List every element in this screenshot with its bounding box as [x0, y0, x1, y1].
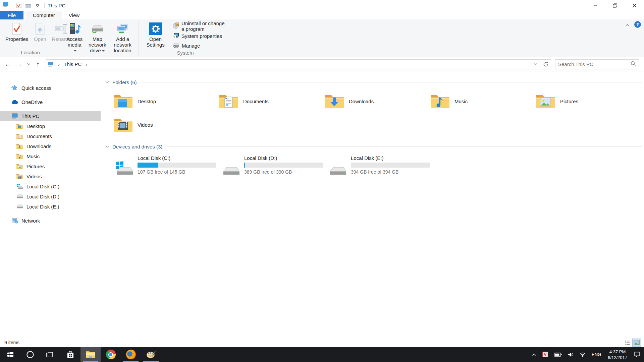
desktop-folder-icon	[113, 93, 133, 110]
drive-name: Local Disk (E:)	[351, 155, 430, 161]
sidebar-item-pictures[interactable]: Pictures	[0, 161, 101, 171]
folder-tile-pictures[interactable]: Pictures	[536, 89, 642, 113]
sidebar-item-music[interactable]: Music	[0, 151, 101, 161]
chrome-button[interactable]	[101, 347, 121, 362]
folder-tile-downloads[interactable]: Downloads	[325, 89, 430, 113]
language-indicator[interactable]: ENG	[589, 347, 603, 362]
action-center-icon[interactable]	[632, 347, 643, 362]
details-view-button[interactable]	[623, 339, 631, 346]
collapse-ribbon-icon[interactable]	[625, 22, 630, 28]
downloads-folder-icon	[16, 143, 23, 149]
open-button[interactable]: Open	[31, 21, 49, 44]
wifi-icon[interactable]	[577, 347, 588, 362]
up-icon[interactable]: ↑	[32, 59, 44, 69]
dropdown-caret-icon	[102, 50, 105, 53]
location-icon[interactable]	[46, 60, 56, 69]
downloads-folder-icon	[325, 93, 344, 110]
tab-file[interactable]: File	[0, 11, 23, 19]
manage-item[interactable]: Manage	[171, 42, 227, 49]
properties-qat-icon[interactable]	[15, 2, 22, 9]
capacity-bar	[138, 163, 216, 168]
recent-locations-icon[interactable]	[25, 59, 32, 69]
videos-folder-icon	[113, 116, 133, 133]
folder-tile-music[interactable]: Music	[430, 89, 536, 113]
svg-text:?: ?	[636, 22, 639, 27]
drive-free-space: 107 GB free of 145 GB	[138, 169, 216, 175]
section-title: Devices and drives (3)	[112, 144, 162, 149]
drives-section-header[interactable]: Devices and drives (3)	[105, 142, 642, 150]
battery-icon[interactable]	[552, 347, 564, 362]
breadcrumb-this-pc[interactable]: This PC	[62, 60, 84, 69]
clock[interactable]: 4:37 PM 9/12/2017	[605, 347, 630, 362]
quick-access-toolbar	[0, 2, 46, 9]
section-title: Folders (6)	[112, 79, 137, 85]
firefox-button[interactable]	[121, 347, 141, 362]
sidebar-item-quick-access[interactable]: Quick access	[0, 83, 101, 93]
network-icon	[11, 217, 18, 224]
new-folder-icon[interactable]	[24, 2, 32, 9]
breadcrumb-separator[interactable]: ›	[84, 60, 89, 69]
help-icon[interactable]: ?	[634, 21, 641, 29]
capacity-bar-fill	[244, 163, 245, 168]
sidebar-item-videos[interactable]: Videos	[0, 171, 101, 181]
volume-icon[interactable]	[566, 347, 576, 362]
close-button[interactable]	[625, 0, 644, 11]
drive-free-space: 389 GB free of 390 GB	[244, 169, 323, 175]
sidebar-item-local-disk-c[interactable]: Local Disk (C:)	[0, 181, 101, 191]
folder-tile-documents[interactable]: Documents	[219, 89, 325, 113]
sidebar-item-local-disk-d[interactable]: Local Disk (D:)	[0, 191, 101, 201]
drive-tile-c[interactable]: Local Disk (C:) 107 GB free of 145 GB	[111, 155, 218, 180]
maximize-button[interactable]	[605, 0, 625, 11]
ribbon-tab-strip: File Computer View	[0, 11, 644, 19]
sidebar-item-network[interactable]: Network	[0, 216, 101, 226]
onedrive-cloud-icon	[11, 99, 18, 105]
tab-view[interactable]: View	[62, 11, 86, 19]
system-properties-item[interactable]: System properties	[171, 32, 227, 40]
tab-computer[interactable]: Computer	[26, 11, 62, 19]
open-settings-button[interactable]: Open Settings	[142, 21, 169, 49]
paint-button[interactable]	[141, 347, 161, 362]
qat-dropdown-icon[interactable]	[34, 2, 41, 9]
folder-tile-videos[interactable]: Videos	[113, 113, 219, 136]
section-collapse-icon[interactable]	[105, 81, 109, 83]
address-dropdown-icon[interactable]	[531, 60, 540, 69]
status-bar: 9 items	[0, 338, 644, 347]
title-bar: This PC	[0, 0, 644, 11]
hidden-icons-chevron-icon[interactable]	[530, 347, 539, 362]
add-network-location-button[interactable]: Add a network location	[109, 21, 136, 55]
uninstall-program-item[interactable]: Uninstall or change a program	[171, 22, 227, 30]
open-icon	[34, 22, 46, 35]
address-bar[interactable]: › This PC ›	[46, 59, 540, 69]
sidebar-item-onedrive[interactable]: OneDrive	[0, 97, 101, 107]
start-button[interactable]	[0, 347, 20, 362]
thumbnails-view-button[interactable]	[633, 339, 641, 346]
file-explorer-button[interactable]	[80, 347, 101, 362]
task-view-button[interactable]	[40, 347, 60, 362]
section-collapse-icon[interactable]	[105, 145, 109, 148]
antivirus-tray-icon[interactable]: V	[540, 347, 550, 362]
sidebar-item-local-disk-e[interactable]: Local Disk (E:)	[0, 201, 101, 212]
sidebar-item-this-pc[interactable]: This PC	[0, 111, 101, 121]
sidebar-item-documents[interactable]: Documents	[0, 131, 101, 141]
back-icon[interactable]: ←	[2, 59, 13, 69]
documents-folder-icon	[16, 133, 23, 139]
disk-c-icon	[16, 183, 23, 190]
map-network-drive-button[interactable]: Map network drive	[85, 21, 109, 55]
minimize-button[interactable]	[586, 0, 605, 11]
search-icon[interactable]	[631, 61, 636, 68]
folder-tile-desktop[interactable]: Desktop	[113, 89, 219, 113]
breadcrumb-separator[interactable]: ›	[56, 60, 62, 69]
drive-tile-e[interactable]: Local Disk (E:) 394 GB free of 394 GB	[325, 155, 431, 180]
sidebar-item-desktop[interactable]: Desktop	[0, 121, 101, 131]
cortana-button[interactable]	[20, 347, 40, 362]
sidebar-item-downloads[interactable]: Downloads	[0, 141, 101, 151]
store-button[interactable]	[60, 347, 80, 362]
folders-section-header[interactable]: Folders (6)	[105, 78, 642, 86]
access-media-button[interactable]: Access media	[64, 21, 85, 55]
drive-tile-d[interactable]: Local Disk (D:) 389 GB free of 390 GB	[218, 155, 325, 180]
forward-icon[interactable]: →	[13, 59, 25, 69]
time: 4:37 PM	[609, 349, 626, 354]
properties-button[interactable]: Properties	[3, 21, 31, 44]
refresh-icon[interactable]	[540, 59, 551, 69]
search-input[interactable]	[558, 61, 631, 67]
